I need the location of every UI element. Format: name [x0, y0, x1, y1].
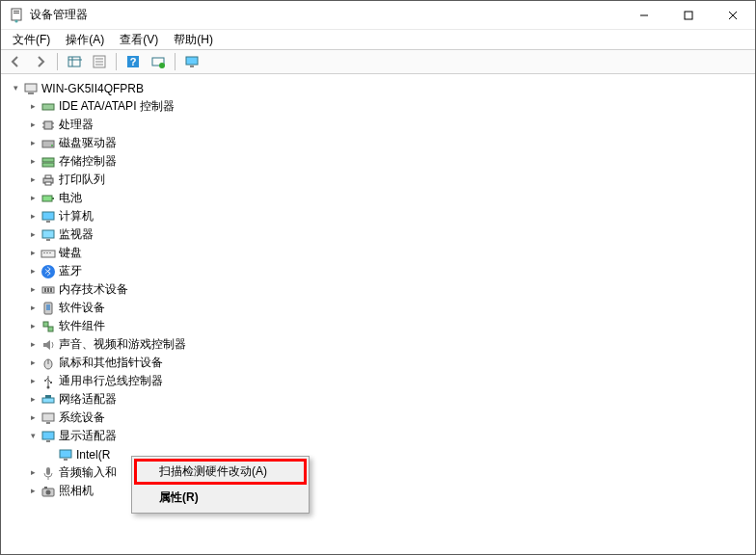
- svg-rect-48: [44, 288, 46, 292]
- network-icon: [40, 392, 56, 408]
- chevron-right-icon[interactable]: ▸: [26, 137, 40, 150]
- svg-rect-24: [44, 121, 52, 129]
- maximize-button[interactable]: [666, 1, 711, 29]
- chevron-down-icon[interactable]: ▾: [9, 82, 22, 95]
- chevron-right-icon[interactable]: ▸: [26, 393, 40, 407]
- svg-rect-19: [186, 57, 198, 65]
- monitor-icon: [40, 227, 56, 243]
- toolbar-separator: [175, 53, 176, 70]
- menu-view[interactable]: 查看(V): [112, 30, 166, 50]
- chevron-right-icon[interactable]: ▸: [26, 411, 40, 425]
- tree-item-label: 磁盘驱动器: [59, 135, 117, 151]
- device-tree[interactable]: ▾ WIN-GK5II4QFPRB ▸ IDE ATA/ATAPI 控制器 ▸ …: [1, 74, 755, 554]
- tree-item[interactable]: ▸ 通用串行总线控制器: [5, 372, 755, 390]
- disk-drive-icon: [40, 136, 56, 151]
- tree-item[interactable]: ▸ 蓝牙: [5, 262, 755, 280]
- context-menu: 扫描检测硬件改动(A) 属性(R): [131, 456, 310, 514]
- chevron-right-icon[interactable]: ▸: [26, 100, 40, 114]
- properties-button[interactable]: [88, 51, 111, 72]
- tree-item[interactable]: ▸ 内存技术设备: [5, 280, 755, 299]
- tree-item-label: 计算机: [59, 208, 94, 225]
- tree-item[interactable]: ▸ IDE ATA/ATAPI 控制器: [5, 97, 755, 116]
- tree-item[interactable]: ▸ 系统设备: [5, 409, 755, 427]
- chevron-right-icon[interactable]: ▸: [26, 283, 40, 297]
- tree-item-display-adapters[interactable]: ▾ 显示适配器: [5, 427, 755, 445]
- svg-rect-60: [42, 398, 54, 403]
- chevron-right-icon[interactable]: ▸: [26, 357, 40, 370]
- svg-rect-39: [46, 221, 50, 223]
- menu-action[interactable]: 操作(A): [58, 30, 112, 50]
- svg-rect-1: [14, 11, 19, 12]
- chevron-down-icon[interactable]: ▾: [26, 430, 40, 443]
- chevron-right-icon[interactable]: ▸: [26, 338, 40, 352]
- svg-rect-8: [68, 57, 80, 66]
- chevron-right-icon[interactable]: ▸: [26, 119, 40, 132]
- tree-item-label: 键盘: [59, 245, 82, 261]
- tree-root[interactable]: ▾ WIN-GK5II4QFPRB: [5, 79, 755, 97]
- chevron-right-icon[interactable]: ▸: [26, 375, 40, 388]
- svg-rect-62: [42, 413, 54, 421]
- tree-item[interactable]: ▸ 监视器: [5, 225, 755, 244]
- sound-icon: [40, 337, 56, 353]
- processor-icon: [40, 118, 56, 133]
- tree-item[interactable]: ▸ 网络适配器: [5, 390, 755, 409]
- svg-rect-41: [46, 239, 50, 241]
- chevron-right-icon[interactable]: ▸: [26, 320, 40, 333]
- chevron-right-icon[interactable]: ▸: [26, 155, 40, 169]
- svg-rect-68: [46, 467, 50, 475]
- tree-item[interactable]: ▸ 软件设备: [5, 299, 755, 317]
- context-item-label: 属性(R): [159, 490, 199, 504]
- svg-rect-49: [47, 288, 49, 292]
- minimize-button[interactable]: [622, 1, 666, 29]
- tree-item[interactable]: ▸ 照相机: [5, 482, 755, 500]
- svg-rect-59: [50, 382, 52, 383]
- tree-item-intel-gpu[interactable]: Intel(R: [5, 445, 755, 463]
- tree-item[interactable]: ▸ 打印队列: [5, 171, 755, 189]
- device-manager-window: 设备管理器 文件(F) 操作(A) 查看(V) 帮助(H) ? ▾ WIN-GK…: [0, 0, 756, 555]
- tree-item[interactable]: ▸ 电池: [5, 189, 755, 207]
- svg-rect-31: [42, 158, 54, 162]
- monitor-button[interactable]: [180, 51, 203, 72]
- memory-icon: [40, 282, 56, 298]
- menu-file[interactable]: 文件(F): [5, 30, 58, 50]
- svg-rect-43: [43, 252, 45, 253]
- tree-item[interactable]: ▸ 鼠标和其他指针设备: [5, 354, 755, 372]
- chevron-right-icon[interactable]: ▸: [26, 265, 40, 278]
- tree-item[interactable]: ▸ 音频输入和: [5, 463, 755, 482]
- tree-item-label: 软件设备: [59, 300, 105, 316]
- scan-hardware-button[interactable]: [147, 51, 170, 72]
- tree-item[interactable]: ▸ 存储控制器: [5, 152, 755, 171]
- software-device-icon: [40, 301, 56, 316]
- svg-rect-37: [52, 198, 54, 199]
- help-button[interactable]: ?: [122, 51, 145, 72]
- show-hide-tree-button[interactable]: [63, 51, 86, 72]
- chevron-right-icon[interactable]: ▸: [26, 466, 40, 480]
- tree-item[interactable]: ▸ 磁盘驱动器: [5, 134, 755, 152]
- context-properties[interactable]: 属性(R): [134, 485, 307, 511]
- menu-help[interactable]: 帮助(H): [166, 30, 221, 50]
- tree-item-label: 电池: [59, 190, 82, 206]
- chevron-right-icon[interactable]: ▸: [26, 247, 40, 260]
- window-controls: [622, 1, 755, 29]
- forward-button[interactable]: [29, 51, 52, 72]
- tree-item[interactable]: ▸ 声音、视频和游戏控制器: [5, 335, 755, 354]
- chevron-right-icon[interactable]: ▸: [26, 485, 40, 498]
- menubar: 文件(F) 操作(A) 查看(V) 帮助(H): [1, 30, 755, 49]
- tree-item[interactable]: ▸ 软件组件: [5, 317, 755, 335]
- chevron-right-icon[interactable]: ▸: [26, 228, 40, 242]
- back-button[interactable]: [4, 51, 27, 72]
- tree-item[interactable]: ▸ 键盘: [5, 244, 755, 262]
- tree-item[interactable]: ▸ 计算机: [5, 207, 755, 225]
- svg-rect-44: [46, 252, 48, 253]
- tree-item-label: 声音、视频和游戏控制器: [59, 336, 186, 353]
- tree-item[interactable]: ▸ 处理器: [5, 116, 755, 134]
- chevron-right-icon[interactable]: ▸: [26, 210, 40, 224]
- chevron-right-icon[interactable]: ▸: [26, 173, 40, 187]
- close-button[interactable]: [711, 1, 755, 29]
- chevron-right-icon[interactable]: ▸: [26, 302, 40, 315]
- battery-icon: [40, 191, 56, 206]
- svg-point-30: [51, 145, 53, 146]
- context-scan-hardware[interactable]: 扫描检测硬件改动(A): [134, 459, 307, 485]
- tree-item-label: 打印队列: [59, 172, 105, 188]
- chevron-right-icon[interactable]: ▸: [26, 192, 40, 205]
